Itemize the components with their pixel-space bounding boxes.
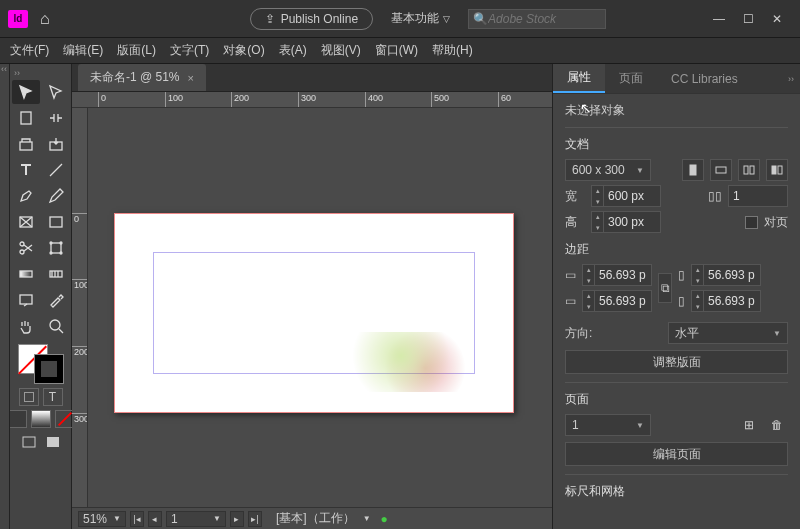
gradient-swatch-tool[interactable]: [12, 262, 40, 286]
step-up-icon[interactable]: ▴: [592, 211, 604, 222]
fill-stroke-swatches[interactable]: [18, 344, 64, 384]
view-mode-normal[interactable]: [19, 434, 39, 450]
left-panel-strip[interactable]: ‹‹: [0, 64, 10, 529]
step-down-icon[interactable]: ▾: [592, 196, 604, 207]
format-container-button[interactable]: [19, 388, 39, 406]
width-input[interactable]: [604, 189, 660, 203]
status-dropdown-icon[interactable]: ▼: [363, 514, 371, 523]
menu-table[interactable]: 表(A): [279, 42, 307, 59]
menu-edit[interactable]: 编辑(E): [63, 42, 103, 59]
menu-layout[interactable]: 版面(L): [117, 42, 156, 59]
margin-top-input[interactable]: [595, 268, 651, 282]
stroke-swatch[interactable]: [34, 354, 64, 384]
svg-rect-7: [51, 243, 61, 253]
rectangle-tool[interactable]: [42, 210, 70, 234]
pages-count-input[interactable]: [729, 189, 769, 203]
margin-left-input[interactable]: [704, 268, 760, 282]
menu-object[interactable]: 对象(O): [223, 42, 264, 59]
last-page-button[interactable]: ▸|: [248, 511, 262, 527]
edit-pages-button[interactable]: 编辑页面: [565, 442, 788, 466]
margin-top-field[interactable]: ▴▾: [582, 264, 652, 286]
document-tab[interactable]: 未命名-1 @ 51% ×: [78, 64, 206, 91]
close-button[interactable]: ✕: [772, 12, 782, 26]
page-select-dropdown[interactable]: 1▼: [565, 414, 651, 436]
menu-file[interactable]: 文件(F): [10, 42, 49, 59]
menu-help[interactable]: 帮助(H): [432, 42, 473, 59]
menu-window[interactable]: 窗口(W): [375, 42, 418, 59]
orientation-landscape-button[interactable]: [710, 159, 732, 181]
page-tool[interactable]: [12, 106, 40, 130]
orientation-portrait-button[interactable]: [682, 159, 704, 181]
direct-selection-tool[interactable]: [42, 80, 70, 104]
page-field[interactable]: 1▼: [166, 511, 226, 527]
hand-tool[interactable]: [12, 314, 40, 338]
height-field[interactable]: ▴▾: [591, 211, 661, 233]
search-input[interactable]: [488, 12, 601, 26]
search-icon: 🔍: [473, 12, 488, 26]
adjust-layout-button[interactable]: 调整版面: [565, 350, 788, 374]
publish-online-button[interactable]: ⇪ Publish Online: [250, 8, 373, 30]
preflight-icon[interactable]: ●: [381, 512, 388, 526]
height-input[interactable]: [604, 215, 660, 229]
step-down-icon[interactable]: ▾: [592, 222, 604, 233]
prev-page-button[interactable]: ◂: [148, 511, 162, 527]
apply-gradient-button[interactable]: [31, 410, 51, 428]
horizontal-ruler[interactable]: 0 100 200 300 400 500 60: [72, 92, 552, 108]
gradient-feather-tool[interactable]: [42, 262, 70, 286]
document-area: 未命名-1 @ 51% × 0 100 200 300 400 500 60 0…: [72, 64, 552, 529]
page-preset-dropdown[interactable]: 600 x 300▼: [565, 159, 651, 181]
page[interactable]: [114, 213, 514, 413]
binding-ltr-button[interactable]: [738, 159, 760, 181]
gap-tool[interactable]: [42, 106, 70, 130]
search-box[interactable]: 🔍: [468, 9, 606, 29]
type-tool[interactable]: [12, 158, 40, 182]
tab-cc-libraries[interactable]: CC Libraries: [657, 64, 752, 93]
link-margins-button[interactable]: ⧉: [658, 273, 672, 303]
zoom-tool[interactable]: [42, 314, 70, 338]
minimize-button[interactable]: —: [713, 12, 725, 26]
free-transform-tool[interactable]: [42, 236, 70, 260]
selection-tool[interactable]: [12, 80, 40, 104]
content-placer-tool[interactable]: [42, 132, 70, 156]
zoom-field[interactable]: 51%▼: [78, 511, 126, 527]
scissors-tool[interactable]: [12, 236, 40, 260]
view-mode-preview[interactable]: [43, 434, 63, 450]
first-page-button[interactable]: |◂: [130, 511, 144, 527]
menu-view[interactable]: 视图(V): [321, 42, 361, 59]
delete-page-button[interactable]: 🗑: [766, 414, 788, 436]
margin-right-field[interactable]: ▴▾: [691, 290, 761, 312]
close-tab-button[interactable]: ×: [188, 72, 194, 84]
line-tool[interactable]: [42, 158, 70, 182]
binding-rtl-button[interactable]: [766, 159, 788, 181]
tab-properties[interactable]: 属性: [553, 64, 605, 93]
margin-right-input[interactable]: [704, 294, 760, 308]
cursor-icon: ↖: [580, 100, 592, 116]
orientation-dropdown[interactable]: 水平▼: [668, 322, 788, 344]
format-text-button[interactable]: T: [43, 388, 63, 406]
pages-count-field[interactable]: [728, 185, 788, 207]
step-up-icon[interactable]: ▴: [592, 185, 604, 196]
margin-bottom-field[interactable]: ▴▾: [582, 290, 652, 312]
tab-pages[interactable]: 页面: [605, 64, 657, 93]
menu-type[interactable]: 文字(T): [170, 42, 209, 59]
margin-bottom-input[interactable]: [595, 294, 651, 308]
chevron-right-icon[interactable]: ››: [788, 74, 794, 84]
facing-pages-checkbox[interactable]: [745, 216, 758, 229]
chevron-right-icon[interactable]: ››: [14, 68, 20, 78]
pencil-tool[interactable]: [42, 184, 70, 208]
svg-rect-22: [772, 166, 776, 174]
home-button[interactable]: ⌂: [40, 10, 50, 28]
content-collector-tool[interactable]: [12, 132, 40, 156]
new-page-button[interactable]: ⊞: [738, 414, 760, 436]
eyedropper-tool[interactable]: [42, 288, 70, 312]
width-field[interactable]: ▴▾: [591, 185, 661, 207]
next-page-button[interactable]: ▸: [230, 511, 244, 527]
pen-tool[interactable]: [12, 184, 40, 208]
rectangle-frame-tool[interactable]: [12, 210, 40, 234]
workspace-switcher[interactable]: 基本功能 ▽: [391, 10, 450, 27]
margin-left-field[interactable]: ▴▾: [691, 264, 761, 286]
maximize-button[interactable]: ☐: [743, 12, 754, 26]
canvas[interactable]: [88, 108, 552, 507]
note-tool[interactable]: [12, 288, 40, 312]
vertical-ruler[interactable]: 0 100 200 300: [72, 108, 88, 507]
